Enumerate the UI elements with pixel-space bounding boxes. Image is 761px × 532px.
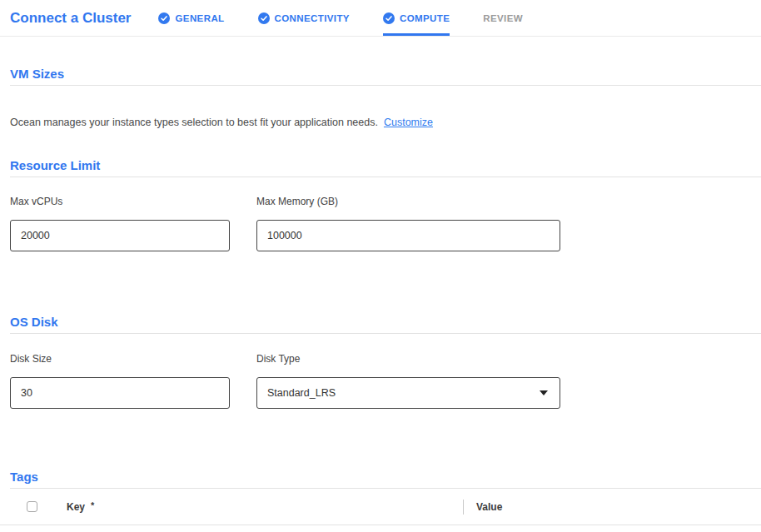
divider (10, 333, 761, 334)
tab-general[interactable]: GENERAL (158, 0, 224, 36)
section-tags: Tags Key * Value (0, 469, 761, 525)
disk-size-input[interactable] (10, 377, 230, 409)
required-marker: * (91, 500, 94, 510)
max-vcpus-label: Max vCPUs (10, 196, 230, 207)
check-circle-icon (158, 12, 170, 24)
tab-review[interactable]: REVIEW (483, 0, 523, 36)
wizard-header: Connect a Cluster GENERAL CONNECTIVITY C… (0, 0, 761, 37)
tags-table-header-row: Key * Value (0, 489, 761, 525)
vm-sizes-heading: VM Sizes (10, 66, 761, 82)
max-vcpus-input[interactable] (10, 220, 230, 251)
tags-value-column-header: Value (476, 501, 502, 513)
disk-type-field: Disk Type Standard_LRS (256, 353, 560, 409)
section-vm-sizes: VM Sizes Ocean manages your instance typ… (0, 66, 761, 129)
tab-compute[interactable]: COMPUTE (383, 0, 450, 36)
tab-connectivity[interactable]: CONNECTIVITY (258, 0, 350, 36)
vm-sizes-description-text: Ocean manages your instance types select… (10, 117, 378, 128)
disk-type-select[interactable]: Standard_LRS (256, 377, 560, 409)
tags-key-column-header: Key (67, 501, 85, 513)
tab-label: GENERAL (175, 13, 224, 23)
check-circle-icon (383, 12, 395, 24)
resource-limit-heading: Resource Limit (10, 157, 761, 174)
customize-link[interactable]: Customize (384, 117, 433, 128)
column-divider (463, 500, 464, 515)
max-vcpus-field: Max vCPUs (10, 196, 230, 251)
max-memory-input[interactable] (256, 220, 560, 251)
caret-down-icon (540, 390, 548, 395)
check-circle-icon (258, 12, 270, 24)
divider (10, 177, 761, 177)
disk-size-label: Disk Size (10, 353, 230, 365)
disk-type-label: Disk Type (256, 353, 560, 365)
vm-sizes-description: Ocean manages your instance types select… (10, 117, 761, 129)
tab-label: REVIEW (483, 13, 523, 23)
max-memory-label: Max Memory (GB) (256, 196, 560, 207)
tags-heading: Tags (10, 469, 761, 485)
resource-limit-fields: Max vCPUs Max Memory (GB) (10, 196, 761, 251)
max-memory-field: Max Memory (GB) (256, 196, 560, 251)
wizard-tabs: GENERAL CONNECTIVITY COMPUTE REVIEW (158, 0, 556, 36)
disk-type-selected-value: Standard_LRS (267, 387, 336, 399)
os-disk-heading: OS Disk (10, 314, 761, 331)
page-title: Connect a Cluster (10, 10, 131, 27)
connect-cluster-page: Connect a Cluster GENERAL CONNECTIVITY C… (0, 0, 761, 525)
tab-label: COMPUTE (400, 13, 450, 23)
divider (10, 85, 761, 86)
tab-label: CONNECTIVITY (275, 13, 350, 23)
os-disk-fields: Disk Size Disk Type Standard_LRS (10, 353, 761, 409)
disk-size-field: Disk Size (10, 353, 230, 409)
section-os-disk: OS Disk Disk Size Disk Type Standard_LRS (0, 314, 761, 409)
section-resource-limit: Resource Limit Max vCPUs Max Memory (GB) (0, 157, 761, 251)
select-all-checkbox[interactable] (27, 501, 37, 512)
